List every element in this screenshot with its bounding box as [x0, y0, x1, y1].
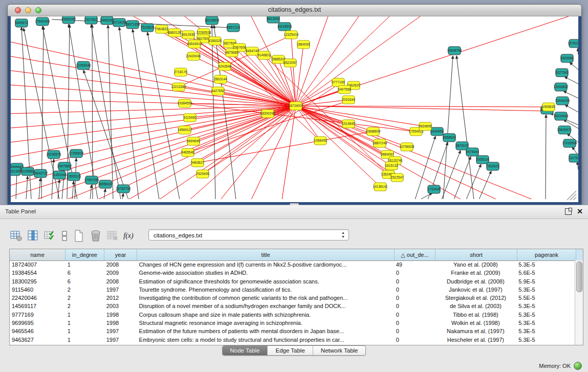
- graph-node[interactable]: 1958455: [314, 137, 327, 145]
- directed-edge[interactable]: [16, 172, 17, 199]
- graph-node[interactable]: 1107533: [569, 154, 578, 162]
- graph-node[interactable]: 2522547: [390, 173, 404, 182]
- graph-node[interactable]: 2803144: [214, 75, 227, 83]
- graph-node[interactable]: 7515525: [141, 24, 154, 32]
- graph-node[interactable]: 9146821: [257, 51, 271, 59]
- graph-node[interactable]: 8860128: [168, 29, 181, 37]
- graph-node[interactable]: 1640954: [430, 127, 444, 136]
- graph-node[interactable]: 9465546: [181, 148, 194, 157]
- table-row[interactable]: 1830029562008Estimation of significance …: [10, 277, 575, 286]
- graph-node[interactable]: 12213389: [171, 83, 186, 91]
- directed-edge[interactable]: [442, 150, 461, 199]
- select-all-checks-button[interactable]: [43, 229, 57, 243]
- graph-node[interactable]: 10719155: [112, 18, 127, 27]
- graph-node[interactable]: 16958167: [98, 180, 113, 188]
- column-header[interactable]: title: [137, 249, 395, 260]
- directed-edge[interactable]: [454, 157, 471, 199]
- table-settings-button[interactable]: [9, 229, 24, 243]
- new-table-button[interactable]: [72, 229, 86, 243]
- directed-edge[interactable]: [26, 176, 28, 199]
- citation-edge[interactable]: [159, 106, 296, 199]
- graph-node[interactable]: 8186328: [208, 37, 222, 45]
- network-canvas[interactable]: 9405572276914061065328715276026466160107…: [8, 16, 581, 205]
- table-row[interactable]: 1456911722003Disruption of a novel membe…: [10, 302, 575, 310]
- graph-node[interactable]: 14569117: [178, 126, 192, 134]
- graph-node[interactable]: 14136141: [373, 183, 388, 191]
- directed-edge[interactable]: [91, 25, 121, 199]
- table-row[interactable]: 1938455462009Genome-wide association stu…: [10, 269, 575, 277]
- graph-node[interactable]: 8454749: [246, 47, 259, 55]
- column-header[interactable]: △ out_de...: [395, 249, 435, 260]
- merge-rows-button[interactable]: [60, 229, 69, 243]
- graph-node[interactable]: 10653287: [61, 16, 76, 24]
- graph-node[interactable]: 1115682: [21, 167, 34, 176]
- citation-edge[interactable]: [296, 16, 328, 106]
- directed-edge[interactable]: [443, 56, 453, 199]
- show-columns-button[interactable]: [26, 229, 40, 243]
- graph-node[interactable]: 15942737: [33, 169, 48, 178]
- directed-edge[interactable]: [546, 115, 546, 199]
- graph-node[interactable]: 9115460: [184, 114, 197, 122]
- table-row[interactable]: 1872400712008Changes of HCN gene express…: [10, 260, 575, 269]
- directed-edge[interactable]: [133, 29, 159, 199]
- graph-node[interactable]: 9242848: [218, 62, 231, 71]
- graph-node[interactable]: 7625405: [196, 170, 209, 178]
- graph-node[interactable]: 16543912: [187, 40, 202, 48]
- table-row[interactable]: 977716911998Corpus callosum shape and si…: [10, 311, 575, 319]
- column-header[interactable]: pagerank: [517, 249, 576, 260]
- citation-edge[interactable]: [296, 16, 569, 106]
- graph-node[interactable]: 15751074: [568, 39, 578, 48]
- graph-node[interactable]: 8427552: [211, 87, 225, 95]
- delete-table-button[interactable]: [89, 229, 103, 243]
- scrollbar-thumb[interactable]: [576, 261, 582, 292]
- table-vertical-scrollbar[interactable]: [575, 260, 583, 345]
- graph-node[interactable]: 7963822: [155, 25, 168, 33]
- graph-node[interactable]: 17016504: [562, 139, 577, 147]
- tab-edge-table[interactable]: Edge Table: [267, 346, 312, 355]
- graph-node[interactable]: 12325419: [284, 31, 299, 39]
- column-header[interactable]: short: [435, 249, 517, 260]
- column-header[interactable]: year: [104, 249, 137, 260]
- directed-edge[interactable]: [466, 164, 481, 199]
- graph-node[interactable]: 1733426: [427, 185, 441, 193]
- citation-edge[interactable]: [296, 16, 420, 106]
- graph-node[interactable]: 16648784: [447, 47, 462, 55]
- tab-network-table[interactable]: Network Table: [313, 346, 366, 355]
- graph-node[interactable]: 21053346: [76, 61, 91, 70]
- graph-node[interactable]: 22420046: [186, 52, 201, 60]
- graph-node[interactable]: 2031644: [342, 96, 355, 104]
- citation-edge[interactable]: [128, 106, 296, 199]
- citation-edge[interactable]: [193, 106, 296, 141]
- citation-edge[interactable]: [296, 90, 344, 106]
- directed-edge[interactable]: [104, 189, 105, 199]
- graph-node[interactable]: 10756928: [400, 143, 415, 151]
- table-row[interactable]: 946362711997Embryonic stem cells: a mode…: [10, 336, 575, 344]
- graph-node[interactable]: 19218506: [277, 23, 292, 31]
- graph-node[interactable]: 18807249: [373, 139, 387, 147]
- graph-node[interactable]: 9875685: [225, 49, 238, 57]
- directed-edge[interactable]: [119, 27, 139, 199]
- graph-node[interactable]: 2718176: [174, 68, 187, 76]
- graph-node[interactable]: 17359924: [69, 149, 84, 158]
- citation-edge[interactable]: [296, 100, 349, 106]
- graph-node[interactable]: 20206576: [47, 150, 61, 159]
- directed-edge[interactable]: [578, 48, 578, 55]
- graph-node[interactable]: 8522057: [284, 59, 297, 67]
- graph-node[interactable]: 18724007: [289, 102, 303, 110]
- graph-node[interactable]: 12093832: [554, 83, 569, 91]
- graph-node[interactable]: 8331393: [11, 167, 21, 176]
- directed-edge[interactable]: [479, 171, 491, 199]
- graph-node[interactable]: 16033809: [205, 16, 220, 25]
- directed-edge[interactable]: [456, 56, 474, 199]
- graph-node[interactable]: 19975887: [57, 162, 72, 170]
- graph-node[interactable]: 8912935: [182, 31, 195, 39]
- citation-edge[interactable]: [198, 132, 372, 163]
- graph-node[interactable]: 9463627: [191, 159, 204, 167]
- directed-edge[interactable]: [570, 62, 578, 70]
- graph-node[interactable]: 8813054: [267, 16, 280, 23]
- graph-node[interactable]: 19384554: [178, 99, 192, 107]
- table-row[interactable]: 946554611997Estimation of the future num…: [10, 327, 575, 335]
- directed-edge[interactable]: [92, 25, 93, 199]
- graph-node[interactable]: 15692971: [557, 126, 572, 134]
- close-panel-icon[interactable]: ✕: [577, 208, 583, 215]
